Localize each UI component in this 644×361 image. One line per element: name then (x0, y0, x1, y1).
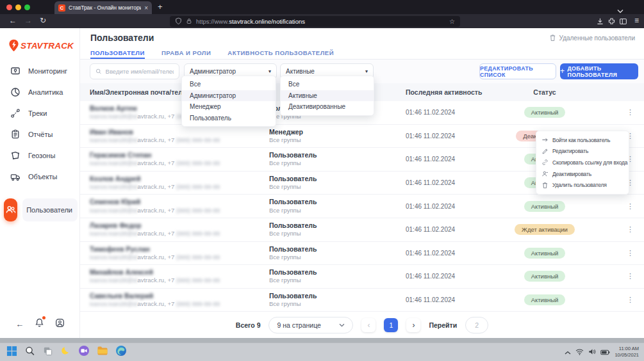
user-email: ivanov.ivan28@stavtrack.ru, +7 (999) 999… (90, 253, 269, 261)
row-menu-button[interactable]: ⋮ (627, 296, 644, 304)
start-button-icon[interactable] (6, 346, 17, 359)
geozones-icon (10, 150, 21, 161)
row-menu-button[interactable]: ⋮ (627, 225, 644, 234)
dropdown-option[interactable]: Менеджер (182, 101, 276, 113)
dropdown-option[interactable]: Администратор (182, 90, 276, 102)
file-explorer-icon[interactable] (97, 346, 108, 358)
dropdown-option[interactable]: Пользователь (182, 113, 276, 124)
user-name: Савельев Валерий (90, 292, 269, 300)
shield-icon[interactable] (175, 17, 182, 25)
search-taskbar-icon[interactable] (24, 346, 35, 359)
status-badge: Активный (524, 107, 566, 118)
tracks-icon (10, 108, 21, 118)
row-menu-button[interactable]: ⋮ (627, 272, 644, 280)
copy-login-link-item[interactable]: Скопировать ссылку для входа (536, 157, 629, 168)
login-as-user-item[interactable]: Войти как пользователь (536, 134, 629, 146)
sidebar-item-label: Отчёты (28, 131, 53, 138)
sidebar-item-reports[interactable]: Отчёты (0, 124, 80, 145)
user-email: ivanov.ivan28@stavtrack.ru, +7 (999) 999… (90, 183, 269, 191)
dropdown-option[interactable]: Все (281, 79, 374, 90)
battery-icon[interactable] (600, 346, 610, 358)
reload-button[interactable]: ↻ (40, 16, 46, 25)
page-title: Пользователи (90, 33, 154, 43)
row-menu-button[interactable]: ⋮ (627, 108, 644, 116)
extensions-puzzle-icon[interactable] (607, 17, 616, 28)
sidebar-item-monitoring[interactable]: Мониторинг (0, 60, 80, 81)
status-badge: Активный (524, 294, 566, 305)
tab-item[interactable]: ПОЛЬЗОВАТЕЛИ (90, 46, 145, 59)
deactivate-user-item[interactable]: Деактивировать (536, 168, 629, 180)
url-bar[interactable]: https://www.stavtrack.online/notificatio… (170, 16, 460, 27)
download-icon[interactable] (596, 17, 604, 28)
add-user-button[interactable]: + ДОБАВИТЬ ПОЛЬЗОВАТЕЛЯ (560, 63, 638, 79)
sidebar-item-tracks[interactable]: Треки (0, 102, 80, 124)
task-view-icon[interactable] (42, 346, 53, 359)
tab-close-icon[interactable]: × (144, 4, 148, 12)
user-name: Иван Иванов (90, 128, 269, 136)
app-logo[interactable]: STAVTRACK (8, 39, 74, 52)
user-role-cell: Пользователь Все группы (269, 268, 406, 284)
forward-button[interactable]: → (24, 16, 32, 25)
user-role: Пользователь (269, 221, 406, 230)
user-role: Пользователь (269, 245, 406, 253)
reports-icon (10, 129, 21, 140)
row-menu-button[interactable]: ⋮ (627, 179, 644, 187)
tray-time: 11:00 AM (615, 346, 639, 352)
sidebar-item-users[interactable]: Пользователи (0, 198, 80, 221)
collapse-sidebar-icon[interactable]: ← (15, 319, 24, 329)
user-name: Семенов Юрий (90, 198, 269, 206)
row-menu-button[interactable]: ⋮ (627, 249, 644, 257)
edit-list-button[interactable]: РЕДАКТИРОВАТЬ СПИСОК (479, 63, 556, 79)
browser-menu-icon[interactable]: ≡ (634, 16, 639, 25)
browser-tab[interactable]: C СтавТрак - Онлайн мониторин × (54, 1, 152, 14)
sidebar-item-label: Объекты (28, 173, 57, 180)
wifi-icon[interactable] (575, 346, 584, 358)
search-field[interactable] (106, 68, 174, 75)
deleted-users-link[interactable]: Удаленные пользователи (549, 34, 635, 42)
edit-user-item[interactable]: Редактировать (536, 146, 629, 157)
row-menu-button[interactable]: ⋮ (627, 155, 644, 163)
tray-chevron-up-icon[interactable] (565, 346, 571, 358)
taskbar-clock[interactable]: 11:00 AM 10/05/2021 (615, 346, 639, 358)
user-role-cell: Пользователь Все группы (269, 221, 406, 237)
notifications-bell-icon[interactable] (35, 317, 44, 330)
status-cell: Активный (506, 107, 583, 118)
sidebar-item-analytics[interactable]: Аналитика (0, 81, 80, 102)
next-page-button[interactable]: › (406, 318, 420, 332)
last-activity: 01:46 11.02.2024 (406, 203, 506, 210)
volume-icon[interactable] (588, 346, 596, 358)
user-role-cell: Пользователь Все группы (269, 151, 406, 167)
moon-app-icon[interactable] (60, 346, 71, 359)
search-input[interactable] (90, 63, 179, 79)
sidebar-item-geozones[interactable]: Геозоны (0, 145, 80, 166)
sidebar-toggle-icon[interactable] (619, 17, 627, 28)
window-close-button[interactable] (6, 4, 12, 10)
sidebar-item-objects[interactable]: Объекты (0, 166, 80, 187)
profile-icon[interactable] (55, 318, 65, 330)
edge-browser-icon[interactable] (115, 345, 127, 359)
dropdown-option[interactable]: Деактивированные (281, 101, 374, 113)
user-role: Пользователь (269, 175, 406, 183)
last-activity: 01:46 11.02.2024 (406, 179, 506, 186)
delete-user-item[interactable]: Удалить пользователя (536, 179, 629, 191)
row-menu-button[interactable]: ⋮ (627, 202, 644, 211)
user-role-cell: Пользователь Все группы (269, 245, 406, 261)
goto-page-input[interactable] (465, 317, 488, 333)
trash-icon (541, 182, 549, 189)
status-cell: Активный (506, 294, 583, 305)
bookmark-star-icon[interactable]: ☆ (449, 18, 455, 25)
current-page-button[interactable]: 1 (384, 318, 398, 332)
video-chat-app-icon[interactable] (78, 345, 90, 359)
dropdown-option[interactable]: Все (182, 79, 276, 90)
tab-item[interactable]: ПРАВА И РОЛИ (161, 46, 211, 59)
window-minimize-button[interactable] (15, 4, 21, 10)
row-menu-button[interactable]: ⋮ (627, 132, 644, 140)
lock-icon[interactable] (186, 17, 192, 25)
new-tab-button[interactable]: + (158, 2, 163, 12)
page-size-select[interactable]: 9 на странице (268, 317, 353, 333)
dropdown-option[interactable]: Активные (281, 90, 374, 102)
back-button[interactable]: ← (9, 16, 17, 25)
window-zoom-button[interactable] (24, 4, 30, 10)
tab-item[interactable]: АКТИВНОСТЬ ПОЛЬЗОВАТЕЛЕЙ (227, 46, 334, 59)
prev-page-button[interactable]: ‹ (361, 318, 376, 332)
